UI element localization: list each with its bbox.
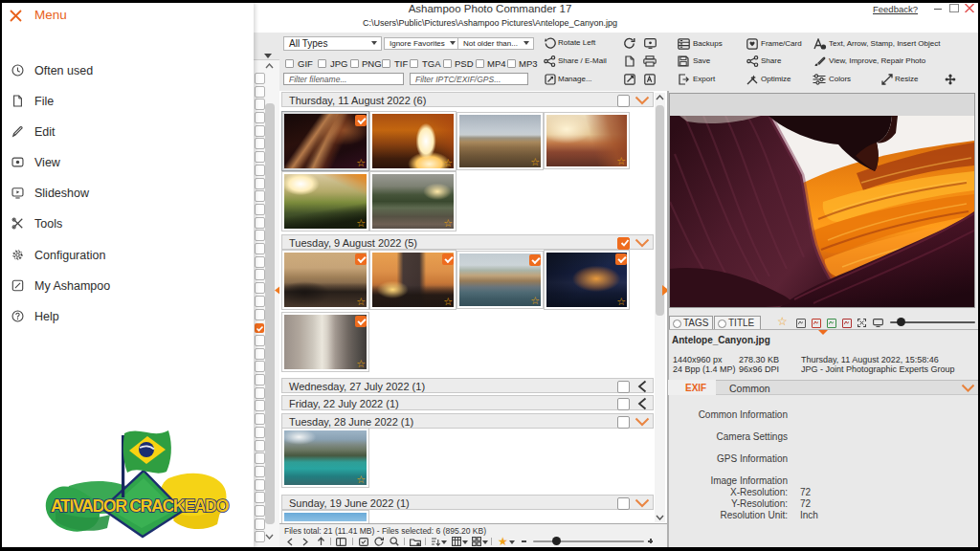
svg-text:ATIVADOR CRACKEADO: ATIVADOR CRACKEADO bbox=[51, 496, 229, 516]
